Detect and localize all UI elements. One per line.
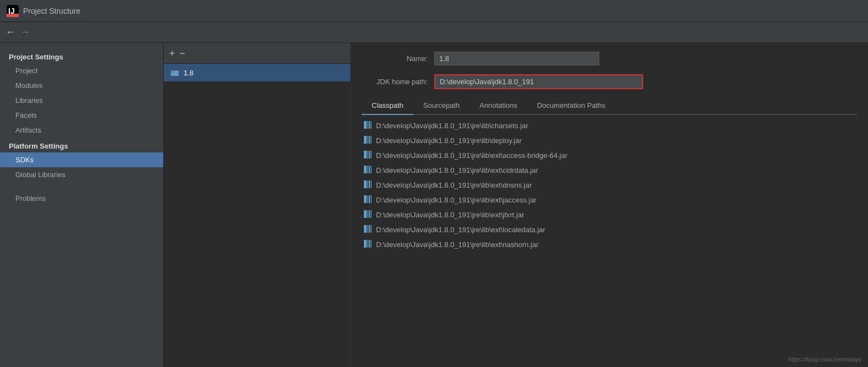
- sidebar-item-problems[interactable]: Problems: [0, 191, 163, 206]
- svg-rect-26: [364, 195, 367, 203]
- jar-icon: [364, 151, 372, 160]
- svg-rect-31: [367, 210, 368, 218]
- name-input[interactable]: [434, 52, 599, 65]
- classpath-list: D:\develop\Java\jdk1.8.0_191\jre\lib\cha…: [362, 118, 857, 367]
- sidebar: Project Settings Project Modules Librari…: [0, 43, 164, 367]
- sidebar-item-global-libraries[interactable]: Global Libraries: [0, 167, 163, 182]
- classpath-path-text: D:\develop\Java\jdk1.8.0_191\jre\lib\ext…: [376, 196, 537, 204]
- classpath-item[interactable]: D:\develop\Java\jdk1.8.0_191\jre\lib\cha…: [362, 118, 857, 133]
- svg-rect-18: [364, 166, 367, 173]
- jar-icon: [364, 210, 372, 220]
- jdk-path-input[interactable]: [434, 74, 643, 89]
- jdk-path-label: JDK home path:: [362, 78, 428, 86]
- svg-rect-11: [367, 136, 368, 144]
- svg-rect-16: [369, 151, 370, 158]
- svg-rect-2: [7, 14, 19, 17]
- name-label: Name:: [362, 54, 428, 63]
- classpath-item[interactable]: D:\develop\Java\jdk1.8.0_191\jre\lib\ext…: [362, 222, 857, 237]
- classpath-path-text: D:\develop\Java\jdk1.8.0_191\jre\lib\dep…: [376, 136, 522, 145]
- jar-icon: [364, 180, 372, 190]
- window-title: Project Structure: [23, 7, 80, 15]
- svg-rect-7: [367, 121, 368, 129]
- svg-rect-27: [367, 195, 368, 203]
- classpath-path-text: D:\develop\Java\jdk1.8.0_191\jre\lib\ext…: [376, 226, 545, 234]
- classpath-path-text: D:\develop\Java\jdk1.8.0_191\jre\lib\ext…: [376, 181, 532, 189]
- detail-panel: Name: JDK home path: Classpath Sourcepat…: [351, 43, 868, 367]
- svg-rect-10: [364, 136, 367, 144]
- sdk-list-item[interactable]: 1.8: [164, 64, 350, 81]
- classpath-item[interactable]: D:\develop\Java\jdk1.8.0_191\jre\lib\ext…: [362, 207, 857, 222]
- svg-rect-9: [371, 121, 372, 129]
- svg-rect-12: [369, 136, 370, 144]
- forward-button[interactable]: →: [20, 26, 30, 38]
- platform-settings-header: Platform Settings: [0, 138, 163, 152]
- sidebar-item-sdks[interactable]: SDKs: [0, 152, 163, 167]
- svg-rect-41: [371, 240, 372, 248]
- add-sdk-button[interactable]: +: [169, 48, 175, 58]
- svg-rect-24: [369, 180, 370, 188]
- svg-rect-36: [369, 225, 370, 233]
- tabs-row: Classpath Sourcepath Annotations Documen…: [362, 98, 857, 115]
- tab-sourcepath[interactable]: Sourcepath: [413, 98, 470, 115]
- classpath-item[interactable]: D:\develop\Java\jdk1.8.0_191\jre\lib\ext…: [362, 237, 857, 252]
- classpath-item[interactable]: D:\develop\Java\jdk1.8.0_191\jre\lib\ext…: [362, 163, 857, 178]
- sdk-list: 1.8: [164, 64, 350, 367]
- jar-icon: [364, 195, 372, 205]
- nav-bar: ← →: [0, 22, 868, 43]
- watermark-text: https://blog.csdn.net/mitays: [788, 356, 861, 363]
- svg-rect-6: [364, 121, 367, 129]
- svg-rect-15: [367, 151, 368, 158]
- svg-rect-22: [364, 180, 367, 188]
- jdk-path-row: JDK home path:: [362, 74, 857, 89]
- svg-rect-14: [364, 151, 367, 158]
- name-row: Name:: [362, 52, 857, 65]
- classpath-item[interactable]: D:\develop\Java\jdk1.8.0_191\jre\lib\ext…: [362, 178, 857, 193]
- svg-rect-19: [367, 166, 368, 173]
- sidebar-item-modules[interactable]: Modules: [0, 78, 163, 93]
- svg-rect-39: [367, 240, 368, 248]
- svg-rect-23: [367, 180, 368, 188]
- jar-icon: [364, 240, 372, 249]
- tab-docpaths[interactable]: Documentation Paths: [527, 98, 615, 115]
- svg-rect-38: [364, 240, 367, 248]
- sidebar-item-artifacts[interactable]: Artifacts: [0, 123, 163, 138]
- svg-rect-29: [371, 195, 372, 203]
- svg-rect-8: [369, 121, 370, 129]
- classpath-path-text: D:\develop\Java\jdk1.8.0_191\jre\lib\ext…: [376, 240, 539, 249]
- jar-icon: [364, 121, 372, 130]
- tab-annotations[interactable]: Annotations: [469, 98, 527, 115]
- classpath-item[interactable]: D:\develop\Java\jdk1.8.0_191\jre\lib\ext…: [362, 148, 857, 163]
- svg-rect-28: [369, 195, 370, 203]
- project-settings-header: Project Settings: [0, 48, 163, 63]
- title-bar: IJ Project Structure: [0, 0, 868, 22]
- svg-rect-17: [371, 151, 372, 158]
- sidebar-item-libraries[interactable]: Libraries: [0, 93, 163, 108]
- sdk-toolbar: + −: [164, 43, 350, 64]
- svg-rect-30: [364, 210, 367, 218]
- svg-rect-25: [371, 180, 372, 188]
- sdk-folder-icon: [170, 68, 179, 77]
- remove-sdk-button[interactable]: −: [180, 48, 186, 58]
- svg-rect-37: [371, 225, 372, 233]
- svg-rect-13: [371, 136, 372, 144]
- svg-rect-20: [369, 166, 370, 173]
- svg-rect-34: [364, 225, 367, 233]
- main-layout: Project Settings Project Modules Librari…: [0, 43, 868, 367]
- sidebar-item-facets[interactable]: Facets: [0, 108, 163, 123]
- classpath-item[interactable]: D:\develop\Java\jdk1.8.0_191\jre\lib\dep…: [362, 133, 857, 148]
- sdk-panel: + − 1.8: [164, 43, 351, 367]
- svg-rect-33: [371, 210, 372, 218]
- jar-icon: [364, 136, 372, 145]
- svg-rect-32: [369, 210, 370, 218]
- classpath-path-text: D:\develop\Java\jdk1.8.0_191\jre\lib\ext…: [376, 211, 524, 219]
- svg-rect-35: [367, 225, 368, 233]
- classpath-path-text: D:\develop\Java\jdk1.8.0_191\jre\lib\ext…: [376, 151, 567, 160]
- svg-rect-4: [171, 70, 174, 72]
- back-button[interactable]: ←: [5, 26, 15, 38]
- classpath-item[interactable]: D:\develop\Java\jdk1.8.0_191\jre\lib\ext…: [362, 193, 857, 207]
- sidebar-item-project[interactable]: Project: [0, 63, 163, 78]
- tab-classpath[interactable]: Classpath: [362, 98, 413, 115]
- sdk-name-label: 1.8: [184, 69, 193, 77]
- jar-icon: [364, 225, 372, 234]
- svg-rect-5: [173, 72, 174, 73]
